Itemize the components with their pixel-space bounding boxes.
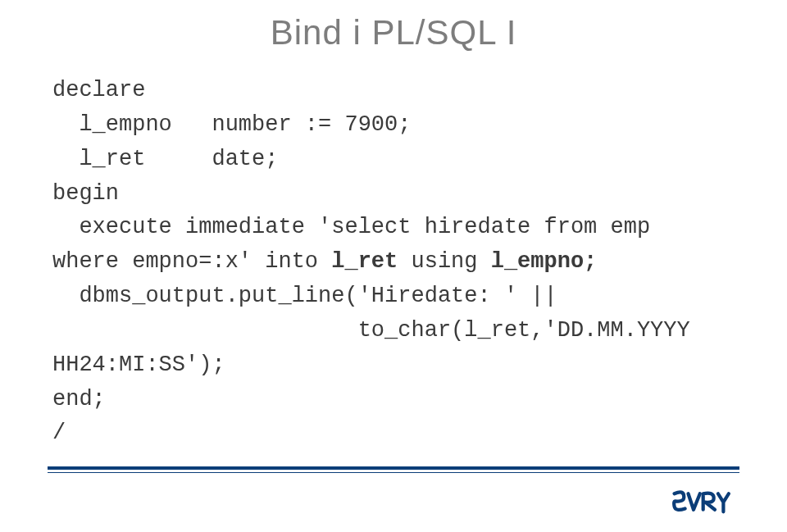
evry-logo-svg [672, 489, 736, 514]
code-line: using [398, 249, 490, 274]
footer-divider [48, 466, 739, 473]
slide-title: Bind i PL/SQL I [0, 13, 787, 52]
code-line: HH24:MI:SS'); [52, 352, 225, 377]
code-line: to_char(l_ret,'DD.MM.YYYY [52, 318, 690, 343]
divider-thin [48, 472, 739, 473]
code-line: declare [52, 78, 145, 102]
code-line: / [52, 421, 66, 445]
code-line: dbms_output.put_line('Hiredate: ' || [52, 284, 557, 308]
slide-page: Bind i PL/SQL I declare l_empno number :… [0, 0, 787, 532]
divider-thick [48, 466, 739, 470]
code-line: where empno=:x' into [52, 249, 331, 274]
code-block: declare l_empno number := 7900; l_ret da… [52, 74, 690, 451]
code-line: begin [52, 181, 119, 206]
code-line: execute immediate 'select hiredate from … [52, 215, 650, 239]
code-bold: l_ret [331, 249, 398, 274]
code-bold: l_empno; [491, 249, 598, 274]
code-line: l_empno number := 7900; [52, 112, 411, 137]
evry-logo [672, 489, 736, 514]
code-line: l_ret date; [52, 147, 278, 171]
code-line: end; [52, 387, 106, 412]
